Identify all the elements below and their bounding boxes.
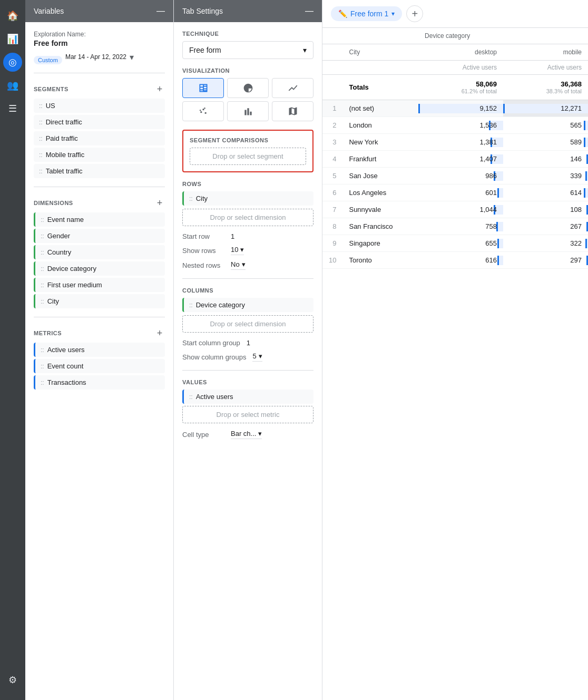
variables-panel-minimize[interactable]: — xyxy=(156,6,165,16)
nested-rows-dropdown-icon: ▾ xyxy=(242,260,246,268)
viz-table-button[interactable] xyxy=(182,78,224,98)
segment-us[interactable]: :: US xyxy=(34,99,165,113)
nav-list-icon[interactable]: ☰ xyxy=(3,99,22,118)
segment-direct-traffic[interactable]: :: Direct traffic xyxy=(34,115,165,129)
svg-point-0 xyxy=(200,111,202,113)
metric-event-count[interactable]: :: Event count xyxy=(34,359,165,373)
tab-settings-panel-minimize[interactable]: — xyxy=(305,6,313,16)
viz-pie-button[interactable] xyxy=(227,78,269,98)
dimension-country[interactable]: :: Country xyxy=(34,245,165,259)
metric-transactions[interactable]: :: Transactions xyxy=(34,375,165,390)
variables-panel-body: Exploration Name: Free form Custom Mar 1… xyxy=(25,22,173,700)
totals-empty xyxy=(322,75,342,100)
show-rows-label: Show rows xyxy=(182,247,224,255)
cell-type-select[interactable]: Bar ch... ▾ xyxy=(231,430,262,439)
rows-label: ROWS xyxy=(182,181,313,187)
row-number: 7 xyxy=(322,201,342,218)
col-subheader-row: City desktop mobile xyxy=(322,44,588,61)
nav-reports-icon[interactable]: 📊 xyxy=(3,30,22,48)
viz-scatter-button[interactable] xyxy=(182,101,224,121)
drag-handle-icon: :: xyxy=(39,102,43,110)
desktop-value: 758 xyxy=(418,218,503,235)
nested-rows-select[interactable]: No ▾ xyxy=(231,260,246,270)
cell-type-dropdown-icon: ▾ xyxy=(258,430,262,438)
variables-panel-header: Variables — xyxy=(25,0,173,22)
drag-handle-icon: :: xyxy=(41,379,44,386)
mobile-value: 146 xyxy=(503,151,588,168)
row-number: 8 xyxy=(322,218,342,235)
show-column-groups-select[interactable]: 5 ▾ xyxy=(252,352,262,362)
start-row-value: 1 xyxy=(231,232,234,240)
nav-home-icon[interactable]: 🏠 xyxy=(3,6,22,25)
tab-settings-panel: Tab Settings — TECHNIQUE Free form ▾ VIS… xyxy=(174,0,322,700)
values-metric-chip[interactable]: :: Active users xyxy=(182,390,313,404)
mobile-value: 12,271 xyxy=(503,100,588,117)
city-name: San Francisco xyxy=(342,218,418,235)
drag-handle-icon: :: xyxy=(189,195,193,202)
drag-handle-icon: :: xyxy=(41,216,44,223)
table-row: 9 Singapore 655 322 xyxy=(322,235,588,252)
dimension-device-category[interactable]: :: Device category xyxy=(34,261,165,276)
segment-tablet-traffic[interactable]: :: Tablet traffic xyxy=(34,164,165,178)
city-name: San Jose xyxy=(342,168,418,184)
segment-us-label: US xyxy=(46,102,55,110)
dimensions-label: DIMENSIONS xyxy=(34,200,73,206)
date-dropdown-icon[interactable]: ▾ xyxy=(130,52,134,62)
segment-paid-traffic[interactable]: :: Paid traffic xyxy=(34,131,165,145)
technique-label: TECHNIQUE xyxy=(182,31,313,37)
metrics-header: METRICS + xyxy=(34,328,165,338)
technique-select[interactable]: Free form ▾ xyxy=(182,41,313,59)
add-tab-button[interactable]: + xyxy=(406,5,423,22)
mobile-value: 297 xyxy=(503,252,588,269)
dimension-gender[interactable]: :: Gender xyxy=(34,229,165,243)
start-column-group-label: Start column group xyxy=(182,339,240,347)
drag-handle-icon: :: xyxy=(39,168,43,175)
col-header-city xyxy=(322,28,418,44)
show-column-groups-label: Show column groups xyxy=(182,353,246,361)
mobile-value: 322 xyxy=(503,235,588,252)
drop-dimension-zone[interactable]: Drop or select dimension xyxy=(182,209,313,226)
dimension-first-user-medium[interactable]: :: First user medium xyxy=(34,278,165,292)
nav-settings-icon[interactable]: ⚙ xyxy=(3,670,22,689)
add-dimension-button[interactable]: + xyxy=(154,198,165,208)
values-metric-label: Active users xyxy=(196,393,233,401)
viz-bar-button[interactable] xyxy=(227,101,269,121)
city-name: Sunnyvale xyxy=(342,201,418,218)
dimension-city[interactable]: :: City xyxy=(34,294,165,308)
svg-point-1 xyxy=(202,109,204,110)
drop-segment-zone[interactable]: Drop or select segment xyxy=(190,148,306,165)
svg-point-2 xyxy=(204,112,206,114)
metrics-label: METRICS xyxy=(34,330,62,336)
table-row: 7 Sunnyvale 1,044 108 xyxy=(322,201,588,218)
nav-explore-icon[interactable]: ◎ xyxy=(3,53,22,72)
viz-map-button[interactable] xyxy=(272,101,313,121)
data-panel-header: ✏️ Free form 1 ▾ + xyxy=(322,0,588,28)
desktop-value: 986 xyxy=(418,168,503,184)
left-navigation: 🏠 📊 ◎ 👥 ☰ ⚙ xyxy=(0,0,25,700)
table-row: 4 Frankfurt 1,407 146 xyxy=(322,151,588,168)
drop-column-zone[interactable]: Drop or select dimension xyxy=(182,315,313,333)
segment-mobile-traffic[interactable]: :: Mobile traffic xyxy=(34,148,165,162)
dimension-event-name-label: Event name xyxy=(47,216,84,223)
divider-3 xyxy=(34,317,165,317)
dimension-event-name[interactable]: :: Event name xyxy=(34,212,165,227)
segment-paid-traffic-label: Paid traffic xyxy=(46,134,78,142)
add-segment-button[interactable]: + xyxy=(154,84,165,94)
exploration-name-value: Free form xyxy=(34,39,165,47)
columns-dimension-chip[interactable]: :: Device category xyxy=(182,298,313,312)
viz-line-button[interactable] xyxy=(272,78,313,98)
col-header-device-category: Device category xyxy=(418,28,588,44)
nav-audience-icon[interactable]: 👥 xyxy=(3,76,22,95)
row-number: 4 xyxy=(322,151,342,168)
drop-metric-zone[interactable]: Drop or select metric xyxy=(182,406,313,423)
desktop-value: 1,407 xyxy=(418,151,503,168)
tab-pill-freeform1[interactable]: ✏️ Free form 1 ▾ xyxy=(331,6,402,21)
show-rows-select[interactable]: 10 ▾ xyxy=(231,246,244,255)
technique-value: Free form xyxy=(189,46,221,54)
rows-dimension-chip[interactable]: :: City xyxy=(182,191,313,206)
desktop-value: 1,381 xyxy=(418,134,503,151)
city-name: Singapore xyxy=(342,235,418,252)
date-row: Custom Mar 14 - Apr 12, 2022 ▾ xyxy=(34,50,165,64)
add-metric-button[interactable]: + xyxy=(154,328,165,338)
metric-active-users[interactable]: :: Active users xyxy=(34,343,165,357)
